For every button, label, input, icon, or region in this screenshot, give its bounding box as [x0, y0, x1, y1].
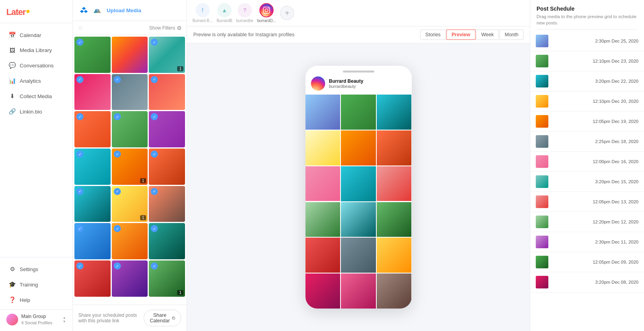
- schedule-item[interactable]: 3:20pm Dec 15, 2020: [530, 172, 644, 192]
- media-thumb[interactable]: ✓1: [149, 260, 185, 297]
- media-thumb[interactable]: ✓: [149, 186, 185, 222]
- sidebar-item-help[interactable]: ❓ Help: [2, 292, 70, 307]
- schedule-time: 2:30pm Dec 11, 2020: [595, 240, 638, 244]
- preview-area: Burrard Beauty burrardbeauty: [187, 43, 530, 331]
- sidebar-item-training[interactable]: 🎓 Training: [2, 277, 70, 292]
- collect-media-icon: ⬇: [9, 93, 16, 100]
- ig-grid-cell[interactable]: [377, 95, 412, 130]
- ig-grid-cell[interactable]: [305, 238, 341, 273]
- profile-pill-instagram[interactable]: burrardD...: [257, 3, 276, 23]
- chevron-icons[interactable]: ▲▼: [63, 316, 66, 324]
- schedule-thumb: [536, 135, 548, 148]
- sidebar-item-collect-media[interactable]: ⬇ Collect Media: [2, 89, 70, 104]
- media-thumb[interactable]: ✓: [74, 186, 111, 222]
- profile-name: burrardD...: [257, 19, 276, 23]
- sidebar-item-calendar[interactable]: 📅 Calendar: [2, 28, 70, 43]
- show-filters-button[interactable]: Show Filters ⚙: [149, 25, 182, 31]
- profiles-bar: f Burrard B... ▲ BurrardB ? burrardbe bu…: [187, 0, 530, 26]
- schedule-item[interactable]: 12:20pm Dec 12, 2020: [530, 212, 644, 232]
- profile-pill-question[interactable]: ? burrardbe: [236, 3, 253, 23]
- schedule-item[interactable]: 12:05pm Dec 13, 2020: [530, 192, 644, 212]
- profiles-count: 4 Social Profiles: [21, 320, 59, 325]
- ig-grid-cell[interactable]: [377, 166, 412, 201]
- schedule-item[interactable]: 2:25pm Dec 18, 2020: [530, 132, 644, 152]
- media-thumb[interactable]: ✓: [149, 74, 185, 110]
- media-panel-footer: Share your scheduled posts with this pri…: [73, 305, 187, 331]
- ig-grid-cell[interactable]: [377, 202, 412, 237]
- ig-grid-cell[interactable]: [341, 166, 376, 201]
- ig-grid-cell[interactable]: [305, 273, 341, 309]
- ig-grid-cell[interactable]: [341, 130, 376, 166]
- ig-grid-cell[interactable]: [341, 273, 376, 309]
- media-thumb[interactable]: ✓: [74, 37, 111, 73]
- google-drive-icon[interactable]: [92, 5, 103, 16]
- schedule-item[interactable]: 12:10pm Dec 20, 2020: [530, 91, 644, 112]
- profile-pill-google[interactable]: ▲ BurrardB: [217, 3, 232, 23]
- media-thumb[interactable]: ✓: [74, 223, 111, 259]
- media-thumb[interactable]: ✓: [74, 149, 111, 185]
- media-thumb[interactable]: ✓: [74, 74, 111, 110]
- sidebar: Later 📅 Calendar 🖼 Media Library 💬 Conve…: [0, 0, 73, 331]
- help-icon: ❓: [9, 296, 16, 303]
- ig-grid-cell[interactable]: [341, 202, 376, 237]
- media-thumb[interactable]: ✓: [74, 260, 111, 297]
- selected-check: ✓: [151, 113, 158, 120]
- share-calendar-button[interactable]: Share Calendar ⎋: [144, 310, 181, 326]
- ig-grid-cell[interactable]: [305, 130, 341, 166]
- media-thumb[interactable]: ✓: [149, 223, 185, 259]
- selected-check: ✓: [151, 262, 158, 270]
- sidebar-item-media-library[interactable]: 🖼 Media Library: [2, 43, 70, 58]
- schedule-title: Post Schedule: [537, 6, 638, 12]
- selected-check: ✓: [76, 113, 83, 120]
- tab-stories[interactable]: Stories: [420, 30, 446, 40]
- add-profile-button[interactable]: +: [280, 6, 294, 20]
- schedule-item[interactable]: 12:10pm Dec 23, 2020: [530, 51, 644, 71]
- upload-media-button[interactable]: Upload Media: [107, 7, 141, 13]
- share-link-text: Share your scheduled posts with this pri…: [78, 312, 144, 324]
- schedule-item[interactable]: 2:30pm Dec 25, 2020: [530, 31, 644, 51]
- ig-grid-cell[interactable]: [377, 130, 412, 166]
- schedule-time: 12:00pm Dec 16, 2020: [593, 159, 638, 164]
- media-thumb[interactable]: ✓: [112, 74, 148, 110]
- schedule-item[interactable]: 12:05pm Dec 09, 2020: [530, 252, 644, 272]
- ig-grid-cell[interactable]: [305, 95, 341, 130]
- calendar-icon: 📅: [9, 32, 16, 39]
- schedule-item[interactable]: 12:05pm Dec 19, 2020: [530, 112, 644, 132]
- schedule-item[interactable]: 3:20pm Dec 08, 2020: [530, 272, 644, 292]
- media-thumb[interactable]: ✓: [112, 111, 148, 147]
- ig-grid-cell[interactable]: [305, 166, 341, 201]
- sidebar-item-settings[interactable]: ⚙ Settings: [2, 262, 70, 277]
- schedule-item[interactable]: 2:30pm Dec 11, 2020: [530, 232, 644, 252]
- ig-grid-cell[interactable]: [341, 238, 376, 273]
- media-thumb[interactable]: [112, 37, 148, 73]
- tab-week[interactable]: Week: [476, 30, 499, 40]
- media-thumb[interactable]: ✓1: [112, 149, 148, 185]
- profile-pill-facebook[interactable]: f Burrard B...: [192, 3, 213, 23]
- dropbox-icon[interactable]: [78, 5, 89, 16]
- schedule-list: 2:30pm Dec 25, 2020 12:10pm Dec 23, 2020…: [530, 31, 644, 331]
- media-thumb[interactable]: ✓: [112, 260, 148, 297]
- schedule-item[interactable]: 3:20pm Dec 22, 2020: [530, 71, 644, 91]
- media-thumb[interactable]: ✓: [74, 111, 111, 147]
- media-thumb[interactable]: ✓: [149, 111, 185, 147]
- sidebar-item-linkin-bio[interactable]: 🔗 Linkin.bio: [2, 104, 70, 119]
- ig-grid-cell[interactable]: [305, 202, 341, 237]
- media-thumb[interactable]: ✓: [112, 223, 148, 259]
- tab-month[interactable]: Month: [500, 30, 524, 40]
- schedule-item[interactable]: 12:00pm Dec 16, 2020: [530, 152, 644, 172]
- schedule-time: 12:05pm Dec 13, 2020: [593, 199, 638, 204]
- media-thumb[interactable]: ✓1: [112, 186, 148, 222]
- schedule-time: 12:20pm Dec 12, 2020: [593, 219, 638, 224]
- sidebar-item-conversations[interactable]: 💬 Conversations: [2, 58, 70, 73]
- sidebar-item-analytics[interactable]: 📊 Analytics: [2, 73, 70, 88]
- ig-grid-cell[interactable]: [377, 273, 412, 309]
- instagram-profile-icon: [259, 3, 274, 17]
- star-button[interactable]: ☆: [78, 24, 83, 32]
- tab-preview[interactable]: Preview: [446, 30, 475, 40]
- ig-grid-cell[interactable]: [377, 238, 412, 273]
- group-name: Main Group: [21, 314, 59, 320]
- ig-grid-cell[interactable]: [341, 95, 376, 130]
- media-thumb[interactable]: ✓1: [149, 37, 185, 73]
- media-thumb[interactable]: ✓: [149, 149, 185, 185]
- schedule-thumb: [536, 236, 548, 248]
